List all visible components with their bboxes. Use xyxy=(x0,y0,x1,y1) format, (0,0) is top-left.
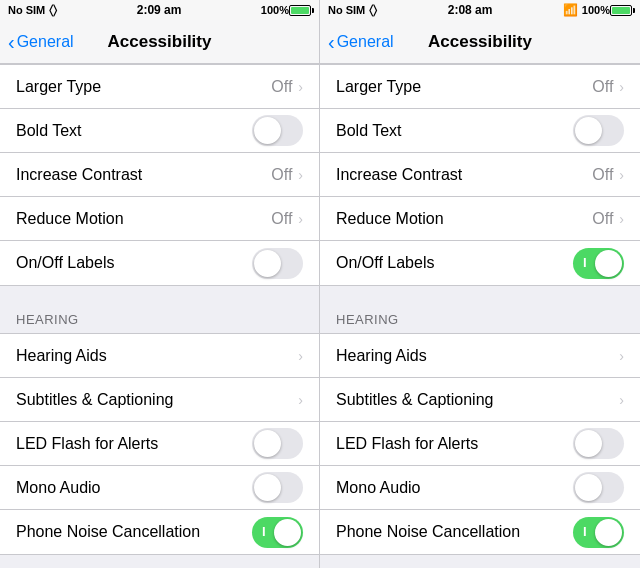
toggle-knob xyxy=(254,117,281,144)
toggle-i-label: I xyxy=(583,524,587,539)
row-label: Mono Audio xyxy=(16,479,252,497)
row-right: Off › xyxy=(592,166,624,184)
battery-icon: 100% xyxy=(261,4,311,16)
row-label: Reduce Motion xyxy=(16,210,271,228)
row-value: Off xyxy=(271,166,292,184)
row-right: Off › xyxy=(592,210,624,228)
status-bar: No SIM 〈〉 2:08 am 📶 100% xyxy=(320,0,640,20)
toggle-switch[interactable] xyxy=(252,115,303,146)
row-right: › xyxy=(298,392,303,408)
row-right: Off › xyxy=(271,166,303,184)
settings-row: Hearing Aids › xyxy=(320,334,640,378)
row-label: Larger Type xyxy=(16,78,271,96)
time-label: 2:08 am xyxy=(448,3,493,17)
time-label: 2:09 am xyxy=(137,3,182,17)
battery-icon: 100% xyxy=(582,4,632,16)
carrier-label: No SIM xyxy=(328,4,365,16)
toggle-knob xyxy=(254,250,281,277)
content-area[interactable]: Larger Type Off › Bold Text Increase Con… xyxy=(320,64,640,568)
toggle-knob xyxy=(254,474,281,501)
toggle-knob xyxy=(274,519,301,546)
status-bar: No SIM 〈〉 2:09 am 100% xyxy=(0,0,319,20)
row-label: LED Flash for Alerts xyxy=(16,435,252,453)
row-label: On/Off Labels xyxy=(336,254,573,272)
toggle-knob xyxy=(595,250,622,277)
row-label: Bold Text xyxy=(16,122,252,140)
toggle-switch[interactable] xyxy=(252,248,303,279)
content-area[interactable]: Larger Type Off › Bold Text Increase Con… xyxy=(0,64,319,568)
row-value: Off xyxy=(592,166,613,184)
settings-row: Increase Contrast Off › xyxy=(0,153,319,197)
toggle-switch[interactable] xyxy=(252,428,303,459)
wifi-icon: 〈〉 xyxy=(49,3,57,17)
toggle-switch[interactable] xyxy=(573,428,624,459)
row-right: › xyxy=(298,348,303,364)
row-label: Hearing Aids xyxy=(336,347,619,365)
toggle-switch[interactable]: I xyxy=(252,517,303,548)
row-label: Bold Text xyxy=(336,122,573,140)
nav-title: Accessibility xyxy=(428,32,532,52)
carrier-label: No SIM xyxy=(8,4,45,16)
status-left: No SIM 〈〉 xyxy=(328,3,377,17)
row-value: Off xyxy=(592,210,613,228)
status-right: 100% xyxy=(261,4,311,16)
settings-row: On/Off Labels xyxy=(0,241,319,285)
hearing-section-header: HEARING xyxy=(0,296,319,333)
back-label: General xyxy=(17,33,74,51)
toggle-switch[interactable] xyxy=(573,115,624,146)
toggle-knob xyxy=(254,430,281,457)
row-label: LED Flash for Alerts xyxy=(336,435,573,453)
toggle-knob xyxy=(575,117,602,144)
toggle-i-label: I xyxy=(262,524,266,539)
chevron-icon: › xyxy=(298,211,303,227)
status-right: 📶 100% xyxy=(563,3,632,17)
nav-bar: ‹ General Accessibility xyxy=(320,20,640,64)
settings-row: Bold Text xyxy=(0,109,319,153)
row-label: Subtitles & Captioning xyxy=(16,391,298,409)
chevron-icon: › xyxy=(619,79,624,95)
settings-row: Larger Type Off › xyxy=(320,65,640,109)
row-value: Off xyxy=(592,78,613,96)
back-arrow-icon: ‹ xyxy=(328,32,335,52)
settings-row: Hearing Aids › xyxy=(0,334,319,378)
phone-panel-left: No SIM 〈〉 2:09 am 100% ‹ General Accessi… xyxy=(0,0,320,568)
row-label: Phone Noise Cancellation xyxy=(16,523,252,541)
toggle-switch[interactable]: I xyxy=(573,248,624,279)
settings-row: On/Off Labels I xyxy=(320,241,640,285)
settings-row: Increase Contrast Off › xyxy=(320,153,640,197)
back-button[interactable]: ‹ General xyxy=(8,32,74,52)
row-right: › xyxy=(619,392,624,408)
chevron-icon: › xyxy=(298,392,303,408)
chevron-icon: › xyxy=(298,348,303,364)
settings-row: Subtitles & Captioning › xyxy=(320,378,640,422)
settings-row: Larger Type Off › xyxy=(0,65,319,109)
toggle-switch[interactable] xyxy=(573,472,624,503)
row-right: Off › xyxy=(592,78,624,96)
wifi-icon: 〈〉 xyxy=(369,3,377,17)
toggle-switch[interactable]: I xyxy=(573,517,624,548)
chevron-icon: › xyxy=(298,79,303,95)
chevron-icon: › xyxy=(619,211,624,227)
back-label: General xyxy=(337,33,394,51)
nav-title: Accessibility xyxy=(108,32,212,52)
phone-panel-right: No SIM 〈〉 2:08 am 📶 100% ‹ General Acces… xyxy=(320,0,640,568)
toggle-switch[interactable] xyxy=(252,472,303,503)
section-gap xyxy=(320,286,640,296)
settings-row: Phone Noise Cancellation I xyxy=(320,510,640,554)
row-value: Off xyxy=(271,210,292,228)
row-right: › xyxy=(619,348,624,364)
status-left: No SIM 〈〉 xyxy=(8,3,57,17)
hearing-settings-group: Hearing Aids › Subtitles & Captioning › … xyxy=(0,333,319,555)
hearing-settings-group: Hearing Aids › Subtitles & Captioning › … xyxy=(320,333,640,555)
hearing-section-header: HEARING xyxy=(320,296,640,333)
back-button[interactable]: ‹ General xyxy=(328,32,394,52)
row-label: Reduce Motion xyxy=(336,210,592,228)
settings-row: Subtitles & Captioning › xyxy=(0,378,319,422)
back-arrow-icon: ‹ xyxy=(8,32,15,52)
settings-row: LED Flash for Alerts xyxy=(320,422,640,466)
chevron-icon: › xyxy=(298,167,303,183)
row-right: Off › xyxy=(271,78,303,96)
row-label: Larger Type xyxy=(336,78,592,96)
section-gap xyxy=(0,286,319,296)
settings-row: Phone Noise Cancellation I xyxy=(0,510,319,554)
